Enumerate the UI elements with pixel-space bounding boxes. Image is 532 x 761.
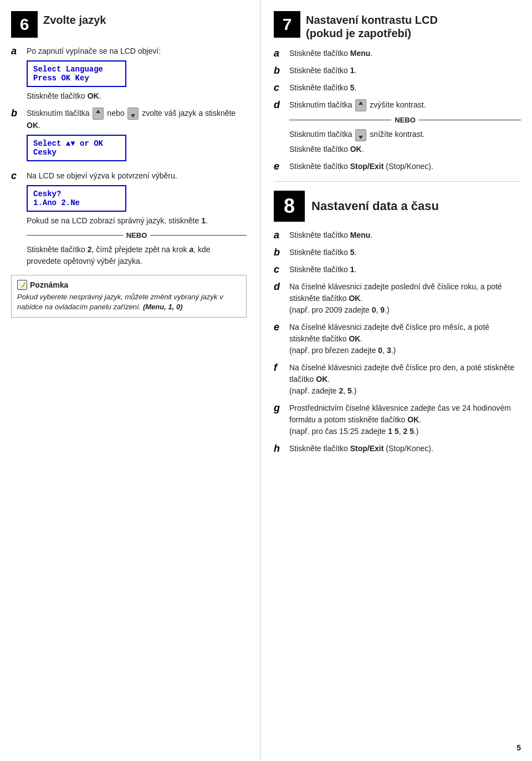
step7d-ok: Stiskněte tlačítko OK. [289,144,521,155]
step7d-letter: d [274,99,289,111]
nebo-separator2: NEBO [289,116,521,124]
step8g: g Prostřednictvím číselné klávesnice zad… [274,402,521,437]
step7b: b Stiskněte tlačítko 1. [274,65,521,76]
step7b-content: Stiskněte tlačítko 1. [289,65,521,76]
step8d-letter: d [274,281,289,293]
step8e-text1: Na číselné klávesnici zadejte dvě číslic… [289,321,521,345]
up-button-icon2 [355,99,366,111]
step6a: a Po zapnutí vypínače se na LCD objeví: … [11,45,247,102]
step8c-letter: c [274,264,289,275]
note-text: Pokud vyberete nesprávný jazyk, můžete z… [17,292,241,312]
up-button-icon [93,108,104,120]
step7e-content: Stiskněte tlačítko Stop/Exit (Stop/Konec… [289,161,521,172]
step6a-text2: Stiskněte tlačítko OK. [27,90,247,102]
step7e-text: Stiskněte tlačítko Stop/Exit (Stop/Konec… [289,161,521,172]
step6b: b Stisknutím tlačítka nebo zvolte váš ja… [11,108,247,165]
step6c-cont: Pokud se na LCD zobrazí správný jazyk, s… [27,215,247,227]
step8d: d Na číselné klávesnici zadejte poslední… [274,281,521,316]
step8b: b Stiskněte tlačítko 5. [274,247,521,258]
step8g-content: Prostřednictvím číselné klávesnice zadej… [289,402,521,437]
step7a: a Stiskněte tlačítko Menu. [274,48,521,59]
step7b-letter: b [274,65,289,76]
step6a-content: Po zapnutí vypínače se na LCD objeví: Se… [27,45,247,102]
step7d-content: Stisknutím tlačítka zvýšíte kontrast. NE… [289,99,521,155]
step8e-letter: e [274,321,289,333]
step8a-letter: a [274,229,289,241]
step8a-text: Stiskněte tlačítko Menu. [289,229,521,241]
step7c-letter: c [274,82,289,94]
left-column: 6 Zvolte jazyk a Po zapnutí vypínače se … [0,0,260,761]
step7a-content: Stiskněte tlačítko Menu. [289,48,521,59]
step8b-text: Stiskněte tlačítko 5. [289,247,521,258]
step7c-content: Stiskněte tlačítko 5. [289,82,521,94]
step8g-letter: g [274,402,289,414]
step8e-content: Na číselné klávesnici zadejte dvě číslic… [289,321,521,356]
step8g-text1: Prostřednictvím číselné klávesnice zadej… [289,402,521,426]
step6c-text: Na LCD se objeví výzva k potvrzení výběr… [27,170,247,182]
step6c-nebo: Stiskněte tlačítko 2, čímž přejdete zpět… [27,244,247,267]
step8e: e Na číselné klávesnici zadejte dvě čísl… [274,321,521,356]
step8b-content: Stiskněte tlačítko 5. [289,247,521,258]
step6c: c Na LCD se objeví výzva k potvrzení výb… [11,170,247,267]
step7a-text: Stiskněte tlačítko Menu. [289,48,521,59]
step8f: f Na číselné klávesnici zadejte dvě čísl… [274,362,521,397]
step6b-content: Stisknutím tlačítka nebo zvolte váš jazy… [27,108,247,165]
step8c-content: Stiskněte tlačítko 1. [289,264,521,275]
section-divider [274,181,521,182]
step7d-text2: Stisknutím tlačítka snížíte kontrast. [289,129,521,141]
section6-header: 6 Zvolte jazyk [11,11,247,38]
step7e: e Stiskněte tlačítko Stop/Exit (Stop/Kon… [274,161,521,172]
step6b-text: Stisknutím tlačítka nebo zvolte váš jazy… [27,108,247,131]
step6c-lcd: Cesky?1.Ano 2.Ne [27,185,126,212]
step6c-content: Na LCD se objeví výzva k potvrzení výběr… [27,170,247,267]
nebo-separator1: NEBO [27,231,247,239]
note-icon: 📝 [17,280,27,290]
step6b-lcd: Select ▲▼ or OKCesky [27,135,126,161]
step7d-text1: Stisknutím tlačítka zvýšíte kontrast. [289,99,521,111]
step8e-text2: (např. pro březen zadejte 0, 3.) [289,345,521,356]
step8d-text1: Na číselné klávesnici zadejte poslední d… [289,281,521,304]
down-button-icon2 [355,129,366,141]
step8c-text: Stiskněte tlačítko 1. [289,264,521,275]
section8-header: 8 Nastavení data a času [274,191,521,222]
step8g-text2: (např. pro čas 15:25 zadejte 1 5, 2 5.) [289,426,521,437]
step7b-text: Stiskněte tlačítko 1. [289,65,521,76]
down-button-icon [127,108,139,120]
step8h-letter: h [274,443,289,454]
section8-title: Nastavení data a času [311,199,439,213]
step8c: c Stiskněte tlačítko 1. [274,264,521,275]
step7d: d Stisknutím tlačítka zvýšíte kontrast. … [274,99,521,155]
step7e-letter: e [274,161,289,172]
section6-number: 6 [11,11,38,38]
step8f-text1: Na číselné klávesnici zadejte dvě číslic… [289,362,521,385]
step8a: a Stiskněte tlačítko Menu. [274,229,521,241]
section7-number: 7 [274,11,300,38]
step8h-content: Stiskněte tlačítko Stop/Exit (Stop/Konec… [289,443,521,454]
step8b-letter: b [274,247,289,258]
section8-number: 8 [274,191,305,222]
step8d-text2: (např. pro 2009 zadejte 0, 9.) [289,304,521,316]
page-number: 5 [516,743,521,752]
step8f-letter: f [274,362,289,374]
step8f-content: Na číselné klávesnici zadejte dvě číslic… [289,362,521,397]
section6-title: Zvolte jazyk [43,11,106,27]
step6a-lcd: Select LanguagePress OK Key [27,60,126,87]
step7a-letter: a [274,48,289,59]
note-title: 📝 Poznámka [17,280,241,290]
section7-title: Nastavení kontrastu LCD(pokud je zapotře… [306,11,438,40]
step6a-text: Po zapnutí vypínače se na LCD objeví: [27,45,247,57]
step6a-letter: a [11,45,27,57]
right-column: 7 Nastavení kontrastu LCD(pokud je zapot… [260,0,532,761]
note-box: 📝 Poznámka Pokud vyberete nesprávný jazy… [11,275,247,317]
step7c-text: Stiskněte tlačítko 5. [289,82,521,94]
step6b-letter: b [11,108,27,119]
step7c: c Stiskněte tlačítko 5. [274,82,521,94]
step8a-content: Stiskněte tlačítko Menu. [289,229,521,241]
step6c-letter: c [11,170,27,182]
step8f-text2: (např. zadejte 2, 5.) [289,385,521,397]
section7-header: 7 Nastavení kontrastu LCD(pokud je zapot… [274,11,521,40]
step8d-content: Na číselné klávesnici zadejte poslední d… [289,281,521,316]
step8h: h Stiskněte tlačítko Stop/Exit (Stop/Kon… [274,443,521,454]
step8h-text: Stiskněte tlačítko Stop/Exit (Stop/Konec… [289,443,521,454]
